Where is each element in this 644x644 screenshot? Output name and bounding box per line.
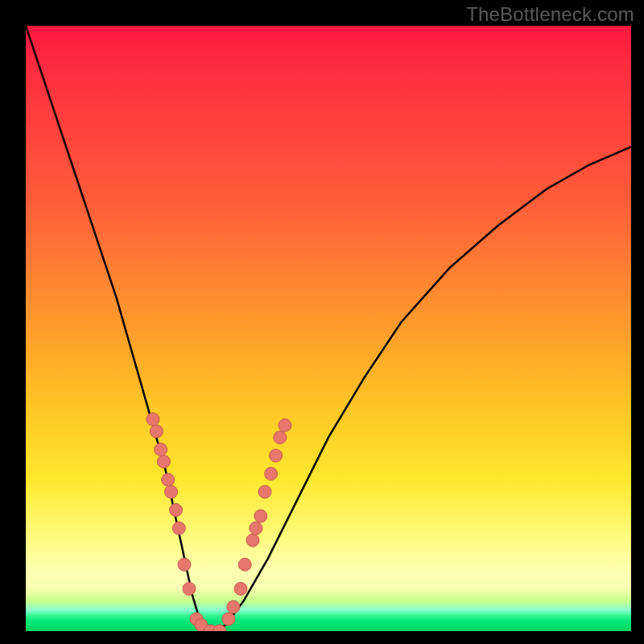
data-marker [178, 558, 191, 571]
data-marker [170, 504, 183, 517]
data-marker [250, 522, 262, 535]
data-markers [147, 413, 291, 631]
plot-area [26, 26, 631, 631]
data-marker [165, 485, 178, 498]
curve-layer [26, 26, 631, 631]
data-marker [222, 613, 235, 625]
data-marker [234, 582, 247, 595]
data-marker [270, 449, 283, 462]
data-marker [279, 419, 291, 431]
data-marker [147, 413, 159, 426]
data-marker [155, 443, 167, 456]
data-marker [183, 582, 196, 595]
data-marker [274, 431, 287, 444]
data-marker [258, 485, 271, 498]
bottleneck-curve [26, 26, 631, 631]
data-marker [265, 468, 278, 481]
data-marker [158, 455, 171, 468]
watermark-text: TheBottleneck.com [466, 3, 634, 26]
data-marker [254, 510, 267, 522]
data-marker [246, 534, 259, 547]
data-marker [150, 425, 163, 438]
chart-container: TheBottleneck.com [0, 0, 644, 644]
data-marker [162, 473, 175, 486]
data-marker [238, 558, 251, 571]
data-marker [227, 601, 240, 613]
data-marker [172, 522, 185, 535]
